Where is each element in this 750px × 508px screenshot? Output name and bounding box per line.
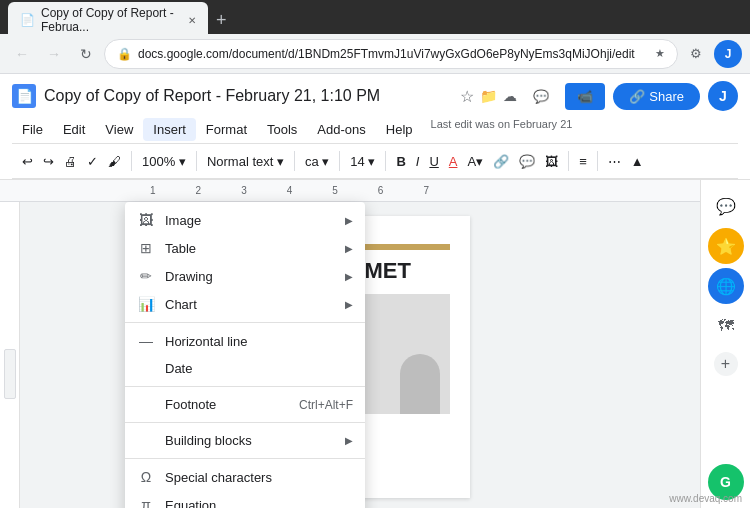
fmt-color[interactable]: A <box>445 152 462 171</box>
equation-label: Equation <box>165 498 353 509</box>
fmt-sep2 <box>196 151 197 171</box>
fmt-sep4 <box>339 151 340 171</box>
fmt-link[interactable]: 🔗 <box>489 152 513 171</box>
sidebar-globe-icon[interactable]: 🌐 <box>708 268 744 304</box>
tab-close-btn[interactable]: ✕ <box>188 15 196 26</box>
special-icon: Ω <box>137 469 155 485</box>
chart-icon: 📊 <box>137 296 155 312</box>
menu-help[interactable]: Help <box>376 118 423 141</box>
insert-dropdown-menu: 🖼 Image ▶ ⊞ Table ▶ ✏ Drawing ▶ 📊 Chart … <box>125 202 365 508</box>
fmt-zoom[interactable]: 100% ▾ <box>138 152 190 171</box>
menu-item-drawing[interactable]: ✏ Drawing ▶ <box>125 262 365 290</box>
table-label: Table <box>165 241 335 256</box>
special-label: Special characters <box>165 470 353 485</box>
building-label: Building blocks <box>165 433 335 448</box>
share-label: Share <box>649 89 684 104</box>
menu-bar: File Edit View Insert Format Tools Add-o… <box>12 116 738 143</box>
header-right: 💬 📹 🔗 Share J <box>525 80 738 112</box>
fmt-undo[interactable]: ↩ <box>18 152 37 171</box>
star-icon[interactable]: ☆ <box>460 87 474 106</box>
active-tab[interactable]: 📄 Copy of Copy of Report - Februa... ✕ <box>8 2 208 38</box>
profile-btn[interactable]: J <box>714 40 742 68</box>
menu-format[interactable]: Format <box>196 118 257 141</box>
menu-item-table[interactable]: ⊞ Table ▶ <box>125 234 365 262</box>
doc-app-icon: 📄 <box>12 84 36 108</box>
address-bar[interactable]: 🔒 docs.google.com/document/d/1BNDm25FTmv… <box>104 39 678 69</box>
sidebar-map-icon[interactable]: 🗺 <box>708 308 744 344</box>
forward-button[interactable]: → <box>40 40 68 68</box>
fmt-more[interactable]: ⋯ <box>604 152 625 171</box>
chart-arrow: ▶ <box>345 299 353 310</box>
menu-view[interactable]: View <box>95 118 143 141</box>
sidebar-add-button[interactable]: + <box>714 352 738 376</box>
fmt-normal-text[interactable]: Normal text ▾ <box>203 152 288 171</box>
meeting-button[interactable]: 📹 <box>565 83 605 110</box>
fmt-align[interactable]: ≡ <box>575 152 591 171</box>
fmt-comment[interactable]: 💬 <box>515 152 539 171</box>
chat-button[interactable]: 💬 <box>525 80 557 112</box>
menu-item-special[interactable]: Ω Special characters <box>125 463 365 491</box>
refresh-button[interactable]: ↻ <box>72 40 100 68</box>
folder-icon[interactable]: 📁 <box>480 88 497 104</box>
menu-item-hline[interactable]: — Horizontal line <box>125 327 365 355</box>
tab-bar: 📄 Copy of Copy of Report - Februa... ✕ + <box>0 0 750 34</box>
user-avatar[interactable]: J <box>708 81 738 111</box>
back-button[interactable]: ← <box>8 40 36 68</box>
menu-file[interactable]: File <box>12 118 53 141</box>
cloud-icon[interactable]: ☁ <box>503 88 517 104</box>
new-tab-button[interactable]: + <box>208 10 235 31</box>
doc-title-group: Copy of Copy of Report - February 21, 1:… <box>44 87 517 106</box>
chart-label: Chart <box>165 297 335 312</box>
menu-edit[interactable]: Edit <box>53 118 95 141</box>
person-silhouette <box>400 354 440 414</box>
doc-header: 📄 Copy of Copy of Report - February 21, … <box>0 74 750 180</box>
hline-icon: — <box>137 333 155 349</box>
fmt-print[interactable]: 🖨 <box>60 152 81 171</box>
fmt-redo[interactable]: ↪ <box>39 152 58 171</box>
meeting-icon: 📹 <box>577 89 593 104</box>
menu-insert[interactable]: Insert <box>143 118 196 141</box>
image-arrow: ▶ <box>345 215 353 226</box>
fmt-paintformat[interactable]: 🖌 <box>104 152 125 171</box>
menu-item-footnote[interactable]: Footnote Ctrl+Alt+F <box>125 391 365 418</box>
fmt-image[interactable]: 🖼 <box>541 152 562 171</box>
google-docs-app: 📄 Copy of Copy of Report - February 21, … <box>0 74 750 508</box>
fmt-sep3 <box>294 151 295 171</box>
doc-title: Copy of Copy of Report - February 21, 1:… <box>44 87 454 105</box>
fmt-underline[interactable]: U <box>425 152 442 171</box>
fmt-collapse[interactable]: ▲ <box>627 152 648 171</box>
browser-chrome: 📄 Copy of Copy of Report - Februa... ✕ +… <box>0 0 750 74</box>
menu-tools[interactable]: Tools <box>257 118 307 141</box>
fmt-bold[interactable]: B <box>392 152 409 171</box>
fmt-font[interactable]: ca ▾ <box>301 152 333 171</box>
fmt-highlight[interactable]: A▾ <box>463 152 487 171</box>
menu-item-equation[interactable]: π Equation <box>125 491 365 508</box>
menu-item-chart[interactable]: 📊 Chart ▶ <box>125 290 365 318</box>
menu-item-building[interactable]: Building blocks ▶ <box>125 427 365 454</box>
doc-title-row: 📄 Copy of Copy of Report - February 21, … <box>12 80 738 116</box>
tab-title: Copy of Copy of Report - Februa... <box>41 6 182 34</box>
fmt-sep1 <box>131 151 132 171</box>
fmt-italic[interactable]: I <box>412 152 424 171</box>
url-text: docs.google.com/document/d/1BNDm25FTmvmJ… <box>138 47 649 61</box>
fmt-size[interactable]: 14 ▾ <box>346 152 379 171</box>
fmt-spellcheck[interactable]: ✓ <box>83 152 102 171</box>
menu-item-image[interactable]: 🖼 Image ▶ <box>125 206 365 234</box>
sep-1 <box>125 322 365 323</box>
menu-item-date[interactable]: Date <box>125 355 365 382</box>
share-button[interactable]: 🔗 Share <box>613 83 700 110</box>
left-margin <box>0 180 20 508</box>
margin-handle[interactable] <box>4 349 16 399</box>
extensions-btn[interactable]: ⚙ <box>682 40 710 68</box>
table-arrow: ▶ <box>345 243 353 254</box>
doc-area: 1 2 3 4 5 6 7 OR SIT AMET <box>0 180 750 508</box>
sidebar-comment-icon[interactable]: 💬 <box>708 188 744 224</box>
menu-addons[interactable]: Add-ons <box>307 118 375 141</box>
ruler: 1 2 3 4 5 6 7 <box>0 180 700 202</box>
building-arrow: ▶ <box>345 435 353 446</box>
equation-icon: π <box>137 497 155 508</box>
watermark-site: www.devaq.com <box>669 493 742 504</box>
fmt-sep6 <box>568 151 569 171</box>
tab-favicon: 📄 <box>20 13 35 27</box>
sidebar-star-icon[interactable]: ⭐ <box>708 228 744 264</box>
